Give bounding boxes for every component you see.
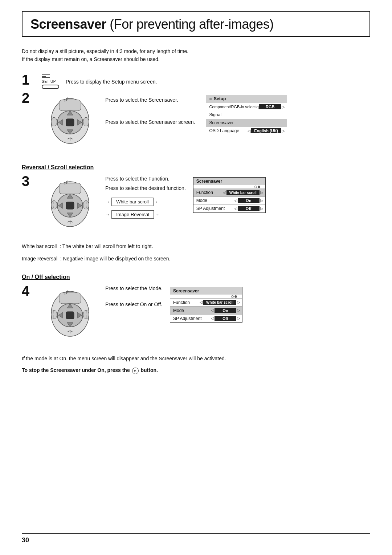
step3-desc2-text: Image Reversal : Negative image will be … xyxy=(22,256,170,262)
screensaver-menu2-title: Screensaver xyxy=(170,287,242,295)
dot3 xyxy=(231,295,234,298)
step1-content: SET UP Press to display the Setup menu s… xyxy=(42,74,157,89)
remote-svg-step4: ↑ ↓ ↑ ↓ xyxy=(45,285,95,342)
setup-row1-label: Component/RGB-in select xyxy=(206,105,256,109)
setup-row1-val-text: RGB xyxy=(259,104,281,109)
ss2-function-val: White bar scroll xyxy=(203,300,236,305)
ss1-mode-label: Mode xyxy=(193,198,234,203)
ss2-sp-label: SP Adjustment xyxy=(170,316,211,321)
svg-point-13 xyxy=(83,117,89,126)
step2-content: Press to select the Screensaver. Press t… xyxy=(42,93,287,149)
ss2-sp-value: ◁ Off ▷ xyxy=(211,316,242,321)
ss1-mode-row: Mode ◁ On ▷ xyxy=(193,197,265,204)
setup-menu-row-2: Signal xyxy=(206,111,287,119)
ss2-arrow-left-sp: ◁ xyxy=(211,316,214,321)
svg-text:↑: ↑ xyxy=(86,200,87,204)
step3-desc1: White bar scroll : The white bar will sc… xyxy=(22,242,370,251)
dot4 xyxy=(234,295,237,298)
ss2-arrow-right-f: ▷ xyxy=(237,300,240,305)
arrow-left-4: ◁ xyxy=(248,129,250,133)
step2-row: 2 xyxy=(22,93,370,155)
step4-instr2: Press to select On or Off. xyxy=(105,301,163,307)
oval-button xyxy=(42,85,59,89)
ss1-arrow-left-f: ◁ xyxy=(223,190,226,195)
setup-row2-label: Signal xyxy=(206,112,287,117)
ss1-function-row: Function ◁ White bar scroll ▷ xyxy=(193,189,265,197)
intro-line1: Do not display a still picture, especial… xyxy=(22,47,370,55)
menu-icon-setup: ≡ xyxy=(209,96,212,102)
ss1-arrow-right-sp: ▷ xyxy=(260,206,263,211)
setup-row4-label: OSD Language xyxy=(206,128,248,133)
svg-text:↓: ↓ xyxy=(52,204,54,208)
ss2-mode-row: Mode ◁ On ▷ xyxy=(170,306,242,314)
ss1-function-label: Function xyxy=(193,190,223,195)
step3-arrow-items: → White bar scroll ← → Image Reversal xyxy=(105,195,186,219)
setup-row3-label: Screensaver xyxy=(206,120,287,125)
setup-menu-row-1: Component/RGB-in select ◁ RGB ▷ xyxy=(206,103,287,111)
step2-instr2: Press to select the Screensaver screen. xyxy=(105,118,195,127)
remote-svg-step3: ↑ ↓ ↑ ↓ xyxy=(45,176,95,232)
ss2-function-value: ◁ White bar scroll ▷ xyxy=(200,300,242,305)
setup-label: SET UP xyxy=(42,80,56,84)
step3-instructions: Press to select the Function. Press to s… xyxy=(105,176,186,219)
ss1-mode-val: On xyxy=(238,198,260,203)
ss1-arrow-left-sp: ◁ xyxy=(234,206,237,211)
svg-rect-15 xyxy=(59,183,81,194)
screensaver-menu-panel-1: Screensaver Function ◁ xyxy=(193,177,266,213)
svg-rect-33 xyxy=(59,293,81,304)
ss1-function-value: ◁ White bar scroll ▷ xyxy=(223,190,265,195)
remote-step2 xyxy=(42,93,98,149)
svg-rect-39 xyxy=(66,312,74,319)
setup-menu-row-3: Screensaver xyxy=(206,119,287,127)
intro-line2: If the display must remain on, a Screens… xyxy=(22,55,370,63)
menu-title-setup: ≡ Setup xyxy=(206,95,287,103)
screensaver-menu1-title: Screensaver xyxy=(193,178,265,185)
step1-instruction: Press to display the Setup menu screen. xyxy=(66,79,157,85)
dot1 xyxy=(254,186,257,188)
step3-content: ↑ ↓ ↑ ↓ Press to select the Function. Pr… xyxy=(42,176,266,232)
step4-right: Press to select the Mode. Press to selec… xyxy=(105,285,242,323)
setup-button-area: SET UP xyxy=(42,74,59,89)
menu2-dots xyxy=(170,295,242,298)
step4-instructions: Press to select the Mode. Press to selec… xyxy=(105,285,163,307)
setup-icon-lines xyxy=(42,74,50,78)
setup-row4-val-text: English (UK) xyxy=(251,128,281,133)
ss2-function-label: Function xyxy=(170,300,200,305)
setup-row4-value: ◁ English (UK) ▷ xyxy=(248,128,287,133)
indicator-dots-1 xyxy=(254,186,263,188)
remote-step4: ↑ ↓ ↑ ↓ xyxy=(42,285,98,342)
step2-section: 2 xyxy=(22,93,370,155)
ss1-function-val: White bar scroll xyxy=(226,190,260,195)
remote-svg-step2 xyxy=(45,93,95,149)
dot2 xyxy=(258,186,260,188)
ss2-arrow-left-m: ◁ xyxy=(211,308,214,313)
ss2-arrow-right-m: ▷ xyxy=(237,308,240,313)
step3-with-menu: Press to select the Function. Press to s… xyxy=(105,176,266,219)
step2-number: 2 xyxy=(22,91,42,105)
ss1-mode-value: ◁ On ▷ xyxy=(234,198,265,203)
bottom-line xyxy=(22,533,370,534)
ss1-arrow-right-m: ▷ xyxy=(260,198,263,203)
reversal-box: Image Reversal xyxy=(111,210,154,219)
section2-heading: On / Off selection xyxy=(22,274,370,280)
step4-content: ↑ ↓ ↑ ↓ Press to select the Mode. Press … xyxy=(42,285,242,342)
step2-instr1: Press to select the Screensaver. xyxy=(105,96,195,105)
step3-arrow-item1: → White bar scroll ← xyxy=(105,195,186,207)
ss1-sp-row: SP Adjustment ◁ Off ▷ xyxy=(193,204,265,212)
svg-text:↓: ↓ xyxy=(86,314,87,318)
page-number: 30 xyxy=(22,536,29,544)
svg-text:↓: ↓ xyxy=(52,314,54,318)
step3-number: 3 xyxy=(22,174,42,188)
ss2-sp-row: SP Adjustment ◁ Off ▷ xyxy=(170,314,242,322)
step1-row: 1 SET UP Press to display the Setup menu… xyxy=(22,74,370,89)
svg-text:↓: ↓ xyxy=(86,204,87,208)
step4-instr1: Press to select the Mode. xyxy=(105,285,163,291)
arrow-left-1: ◁ xyxy=(256,105,258,109)
ss1-sp-value: ◁ Off ▷ xyxy=(234,206,265,211)
section1-heading: Reversal / Scroll selection xyxy=(22,164,370,171)
setup-menu-panel: ≡ Setup Component/RGB-in select ◁ RGB ▷ xyxy=(206,95,287,135)
svg-text:↑: ↑ xyxy=(86,310,87,314)
svg-rect-21 xyxy=(66,202,74,209)
screensaver-menu-panel-2: Screensaver Function ◁ xyxy=(170,287,242,323)
title-light: (For preventing after-images) xyxy=(106,17,274,32)
